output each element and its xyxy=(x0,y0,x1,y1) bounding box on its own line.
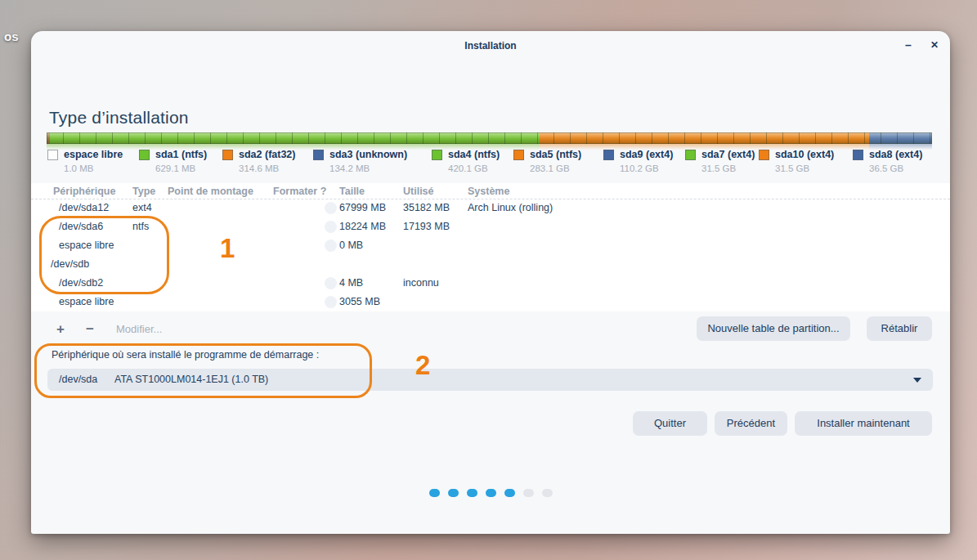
page-title: Type d’installation xyxy=(49,108,189,128)
progress-dot xyxy=(523,489,534,497)
column-header-size: Taille xyxy=(339,186,365,197)
legend-swatch-blue xyxy=(313,150,324,160)
titlebar[interactable]: Installation – ✕ xyxy=(31,31,950,59)
desktop-icon-label-fragment: os xyxy=(4,29,19,43)
legend-item-sda2: sda2 (fat32)314.6 MB xyxy=(222,149,295,173)
progress-dot xyxy=(486,489,496,497)
boot-device-label: Périphérique où sera installé le program… xyxy=(52,349,319,361)
back-button[interactable]: Précédent xyxy=(715,411,787,436)
column-header-type: Type xyxy=(132,186,155,197)
column-header-device: Périphérique xyxy=(53,186,115,197)
remove-partition-button[interactable]: − xyxy=(86,318,94,341)
legend-item-sda8: sda8 (ext4)36.5 GB xyxy=(853,149,922,173)
legend-swatch-blue xyxy=(603,150,614,160)
partition-bar-segment-blue-region xyxy=(869,132,932,144)
legend-size: 314.6 MB xyxy=(239,164,295,173)
cell-type: ntfs xyxy=(132,217,149,236)
table-rows: /dev/sda12 ext4 67999 MB 35182 MB Arch L… xyxy=(31,199,950,311)
format-checkbox[interactable] xyxy=(325,221,337,233)
legend-name: espace libre xyxy=(64,149,123,161)
column-header-used: Utilisé xyxy=(403,186,434,197)
legend-name: sda4 (ntfs) xyxy=(448,149,500,161)
table-row[interactable]: /dev/sdb xyxy=(31,255,950,274)
quit-button[interactable]: Quitter xyxy=(633,411,707,436)
annotation-number-1: 1 xyxy=(220,233,235,264)
progress-dot xyxy=(542,489,553,497)
close-icon[interactable]: ✕ xyxy=(927,38,942,52)
legend-item-sda3: sda3 (unknown)134.2 MB xyxy=(313,149,407,173)
progress-dot xyxy=(504,489,515,497)
cell-device: espace libre xyxy=(59,236,114,255)
table-row[interactable]: /dev/sda12 ext4 67999 MB 35182 MB Arch L… xyxy=(31,199,950,217)
boot-device-select[interactable]: /dev/sda ATA ST1000LM014-1EJ1 (1.0 TB) xyxy=(47,369,933,391)
table-header: Périphérique Type Point de montage Forma… xyxy=(31,183,950,199)
column-header-system: Système xyxy=(468,186,509,197)
annotation-number-2: 2 xyxy=(415,350,430,381)
legend-item-sda7: sda7 (ext4)31.5 GB xyxy=(685,149,755,173)
legend-name: sda8 (ext4) xyxy=(869,149,922,161)
cell-system: Arch Linux (rolling) xyxy=(468,199,553,217)
table-row[interactable]: espace libre 3055 MB xyxy=(31,293,950,311)
cell-used: 35182 MB xyxy=(403,199,450,217)
legend-item-sda1: sda1 (ntfs)629.1 MB xyxy=(139,149,207,173)
add-partition-button[interactable]: + xyxy=(56,318,65,341)
legend-name: sda7 (ext4) xyxy=(701,149,755,161)
new-partition-table-button[interactable]: Nouvelle table de partition... xyxy=(697,316,850,341)
legend-item-sda5: sda5 (ntfs)283.1 GB xyxy=(513,149,581,173)
cell-device: /dev/sda12 xyxy=(59,199,109,217)
cell-size: 3055 MB xyxy=(339,293,380,311)
cell-device: espace libre xyxy=(59,293,114,311)
cell-used: 17193 MB xyxy=(403,217,450,236)
cell-size: 0 MB xyxy=(339,236,363,255)
format-checkbox[interactable] xyxy=(325,202,337,214)
legend-swatch-white xyxy=(47,150,58,160)
install-now-button[interactable]: Installer maintenant xyxy=(795,411,932,436)
legend-item-espace-libre: espace libre1.0 MB xyxy=(47,149,123,173)
minimize-icon[interactable]: – xyxy=(901,38,916,52)
legend-name: sda5 (ntfs) xyxy=(530,149,581,161)
cell-device: /dev/sdb2 xyxy=(59,274,103,293)
progress-dot xyxy=(448,489,459,497)
partition-bar xyxy=(47,132,932,144)
legend-item-sda10: sda10 (ext4)31.5 GB xyxy=(759,149,834,173)
column-header-format: Formater ? xyxy=(273,186,326,197)
legend-name: sda1 (ntfs) xyxy=(155,149,207,161)
legend-name: sda9 (ext4) xyxy=(620,149,673,161)
column-header-mount: Point de montage xyxy=(168,186,253,197)
legend-swatch-green xyxy=(432,150,442,160)
partition-bar-segment-green-region xyxy=(50,132,540,144)
legend-name: sda2 (fat32) xyxy=(239,149,295,161)
legend-size: 134.2 MB xyxy=(329,164,407,173)
boot-device-value: /dev/sda xyxy=(59,369,97,391)
cell-size: 18224 MB xyxy=(339,217,386,236)
legend-swatch-orange xyxy=(513,150,524,160)
edit-partition-button[interactable]: Modifier... xyxy=(116,318,162,341)
installer-window: Installation – ✕ Type d’installation esp… xyxy=(31,31,950,534)
format-checkbox[interactable] xyxy=(325,240,337,252)
legend-size: 31.5 GB xyxy=(775,164,834,173)
legend-size: 420.1 GB xyxy=(448,164,500,173)
format-checkbox[interactable] xyxy=(325,296,337,308)
table-row[interactable]: espace libre 0 MB xyxy=(31,236,950,255)
partition-table: Périphérique Type Point de montage Forma… xyxy=(31,183,950,311)
legend-size: 283.1 GB xyxy=(530,164,581,173)
table-row[interactable]: /dev/sdb2 4 MB inconnu xyxy=(31,274,950,293)
window-title: Installation xyxy=(31,31,950,59)
cell-size: 4 MB xyxy=(339,274,363,293)
legend-name: sda10 (ext4) xyxy=(775,149,834,161)
cell-used: inconnu xyxy=(403,274,439,293)
legend-size: 110.2 GB xyxy=(620,164,673,173)
boot-device-description: ATA ST1000LM014-1EJ1 (1.0 TB) xyxy=(114,369,268,391)
cell-device: /dev/sdb xyxy=(51,255,89,274)
format-checkbox[interactable] xyxy=(325,277,337,289)
progress-dots xyxy=(31,489,950,497)
legend-swatch-blue xyxy=(853,150,863,160)
legend-swatch-green xyxy=(685,150,696,160)
legend-name: sda3 (unknown) xyxy=(329,149,407,161)
legend-item-sda4: sda4 (ntfs)420.1 GB xyxy=(432,149,500,173)
table-row[interactable]: /dev/sda6 ntfs 18224 MB 17193 MB xyxy=(31,217,950,236)
legend-item-sda9: sda9 (ext4)110.2 GB xyxy=(603,149,673,173)
revert-button[interactable]: Rétablir xyxy=(867,316,932,341)
legend-swatch-orange xyxy=(222,150,233,160)
legend-size: 629.1 MB xyxy=(155,164,207,173)
